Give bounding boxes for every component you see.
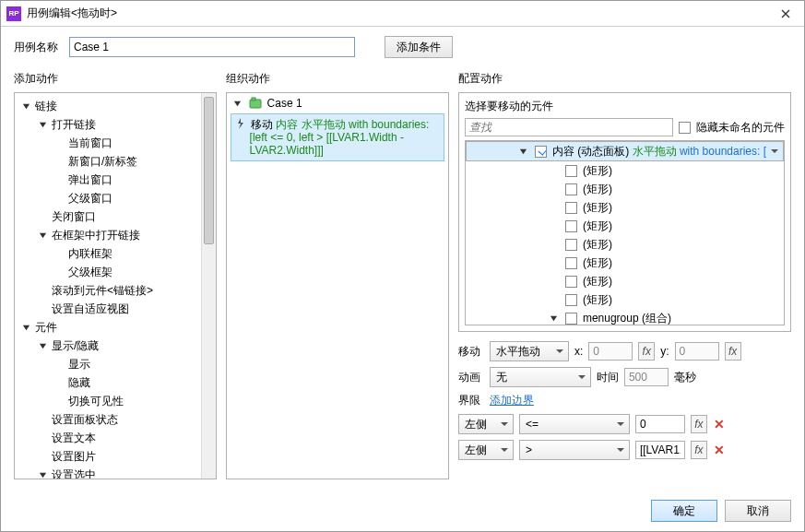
ok-button[interactable]: 确定 [651,500,717,522]
hide-unnamed-label: 隐藏未命名的元件 [696,120,785,136]
tree-item[interactable]: 设置文本 [15,429,216,447]
tree-item[interactable]: 设置面板状态 [15,410,216,429]
element-checkbox[interactable] [565,220,577,232]
left-header: 添加动作 [14,67,217,92]
tree-item[interactable]: 切换可见性 [15,392,216,410]
b2-fx-button[interactable]: fx [691,441,707,459]
b1-delete-button[interactable]: ✕ [713,417,726,432]
time-input[interactable] [624,368,669,386]
element-row[interactable]: menugroup (组合) [466,309,784,325]
svg-rect-1 [252,98,255,100]
tree-item[interactable]: 设置选中 [15,466,216,479]
add-boundary-link[interactable]: 添加边界 [490,393,534,408]
tree-item[interactable]: 关闭窗口 [15,207,216,226]
element-row[interactable]: (矩形) [466,235,784,254]
element-row[interactable]: (矩形) [466,161,784,180]
element-checkbox[interactable] [535,146,547,158]
x-label: x: [574,345,583,358]
case-name-label: 用例名称 [14,40,58,55]
tree-item[interactable]: 打开链接 [15,115,216,134]
y-label: y: [660,345,669,358]
tree-item[interactable]: 新窗口/新标签 [15,152,216,171]
case-icon [249,97,262,110]
element-row[interactable]: (矩形) [466,217,784,235]
b1-value-input[interactable] [635,415,685,433]
b1-fx-button[interactable]: fx [691,415,707,433]
element-checkbox[interactable] [565,257,577,269]
hide-unnamed-checkbox[interactable] [679,122,691,134]
app-icon: RP [6,6,21,21]
action-prefix: 移动 [251,118,276,131]
tree-item[interactable]: 隐藏 [15,373,216,392]
window-title: 用例编辑<拖动时> [27,6,767,21]
tree-item[interactable]: 显示/隐藏 [15,337,216,355]
tree-item[interactable]: 设置自适应视图 [15,300,216,318]
x-input[interactable] [588,342,633,361]
case-header[interactable]: Case 1 [227,93,448,113]
b2-delete-button[interactable]: ✕ [713,443,726,457]
tree-item[interactable]: 设置图片 [15,447,216,466]
time-label: 时间 [597,370,619,385]
tree-item[interactable]: 滚动到元件<锚链接> [15,281,216,300]
tree-item[interactable]: 显示 [15,355,216,373]
action-detail: 内容 水平拖动 with boundaries: [left <= 0, lef… [250,118,430,157]
mid-header: 组织动作 [226,67,449,92]
y-input[interactable] [675,342,719,361]
select-widget-header: 选择要移动的元件 [465,99,785,114]
tree-item[interactable]: 弹出窗口 [15,171,216,189]
scrollbar-vertical[interactable] [201,93,216,479]
tree-item[interactable]: 链接 [15,97,216,115]
action-row[interactable]: 移动 内容 水平拖动 with boundaries: [left <= 0, … [231,113,444,161]
element-checkbox[interactable] [565,294,577,306]
element-checkbox[interactable] [565,313,577,325]
move-label: 移动 [458,344,484,360]
anim-select[interactable]: 无 [490,367,591,387]
element-row[interactable]: (矩形) [466,272,784,290]
search-input[interactable] [465,118,673,136]
element-checkbox[interactable] [565,276,577,288]
ms-label: 毫秒 [674,370,696,385]
element-checkbox[interactable] [565,202,577,214]
element-checkbox[interactable] [565,239,577,251]
bound-label: 界限 [458,393,484,408]
case-title: Case 1 [266,97,302,110]
tree-item[interactable]: 元件 [15,318,216,337]
b1-side-select[interactable]: 左侧 [458,414,514,434]
element-row[interactable]: (矩形) [466,254,784,272]
element-row[interactable]: 内容 (动态面板) 水平拖动 with boundaries: [ [466,141,784,161]
add-condition-button[interactable]: 添加条件 [385,36,453,58]
b2-value-input[interactable] [635,441,685,459]
right-header: 配置动作 [458,67,791,92]
b2-op-select[interactable]: > [519,440,630,460]
element-row[interactable]: (矩形) [466,180,784,198]
case-name-input[interactable] [69,37,355,57]
b1-op-select[interactable]: <= [519,414,630,434]
element-checkbox[interactable] [565,183,577,195]
tree-item[interactable]: 内联框架 [15,244,216,263]
close-icon [781,9,790,18]
element-row[interactable]: (矩形) [466,198,784,217]
anim-label: 动画 [458,370,484,385]
b2-side-select[interactable]: 左侧 [458,440,514,460]
cancel-button[interactable]: 取消 [725,500,791,522]
element-row[interactable]: (矩形) [466,290,784,309]
move-type-select[interactable]: 水平拖动 [490,341,569,361]
element-checkbox[interactable] [565,165,577,177]
tree-item[interactable]: 在框架中打开链接 [15,226,216,244]
x-fx-button[interactable]: fx [638,342,655,361]
lightning-icon [235,118,246,129]
y-fx-button[interactable]: fx [725,342,741,361]
tree-item[interactable]: 父级窗口 [15,189,216,207]
tree-item[interactable]: 父级框架 [15,263,216,281]
close-button[interactable] [767,1,804,26]
tree-item[interactable]: 当前窗口 [15,134,216,152]
